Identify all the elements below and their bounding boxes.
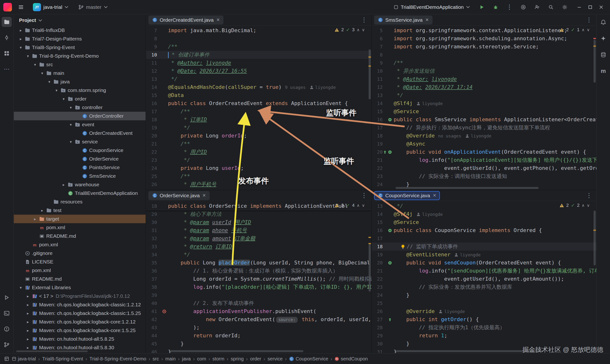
- tree-item-pointsservice[interactable]: CPointsService: [14, 163, 146, 172]
- gutter[interactable]: 30: [146, 218, 168, 226]
- code-line[interactable]: 38 log.info("[placeOrder][核心逻辑] 下单成功, 订单…: [146, 283, 372, 291]
- tree-item-trial-8-spring-event-demo[interactable]: ▾Trial-8-Spring-Event-Demo: [14, 52, 146, 60]
- code-line[interactable]: 13 */: [146, 75, 372, 83]
- tree-item-maven-ch-qos-logback-logback-core-1-5-25[interactable]: ▸Maven: ch.qos.logback:logback-core:1.5.…: [14, 326, 146, 335]
- problems-tool-icon[interactable]: [2, 324, 12, 334]
- gutter[interactable]: 35: [146, 259, 168, 267]
- bean-gutter-icon[interactable]: [388, 117, 392, 122]
- code-line[interactable]: 15@Data: [146, 91, 372, 99]
- horizontal-scrollbar[interactable]: [170, 350, 303, 352]
- tree-item-resources[interactable]: resources: [14, 197, 146, 206]
- tree-item-pom-xml[interactable]: mpom.xml: [14, 223, 146, 232]
- tree-chevron-icon[interactable]: ▾: [61, 97, 67, 101]
- code-line[interactable]: 30 * @param userId 用户ID: [146, 218, 372, 226]
- gutter[interactable]: 20: [372, 148, 394, 156]
- code-line[interactable]: 16public class OrderCreatedEvent extends…: [146, 99, 372, 107]
- gutter[interactable]: 13: [146, 75, 168, 83]
- code-line[interactable]: 31 * @param phone 手机号: [146, 226, 372, 234]
- tree-item-trial8eventdemoapplication[interactable]: CTrial8EventDemoApplication: [14, 189, 146, 197]
- tree-chevron-icon[interactable]: ▾: [18, 286, 24, 290]
- gutter[interactable]: 8: [146, 35, 168, 43]
- project-widget[interactable]: JT java-trial: [30, 2, 71, 13]
- gutter[interactable]: 24: [372, 180, 394, 188]
- code-editor-coupon-service[interactable]: 2 ✓ 2 ∧ ∨ 13 */14@Slf4jliyongde15@Servic…: [372, 201, 597, 353]
- gutter[interactable]: 17: [372, 234, 394, 243]
- gutter[interactable]: 32: [146, 234, 168, 243]
- gutter[interactable]: 13: [372, 202, 394, 210]
- tree-chevron-icon[interactable]: ▾: [68, 105, 74, 110]
- inspection-widget[interactable]: 2 ✓ 3 ∧ ∨: [335, 27, 365, 33]
- code-line[interactable]: 17 // 异步执行：添加@Async注释，避免短信发送阻塞下单流程: [372, 124, 597, 132]
- tree-item-trial7-design-patterns[interactable]: ▸Trial7-Design-Patterns: [14, 35, 146, 43]
- code-line[interactable]: 37 Long orderId = System.currentTimeMill…: [146, 275, 372, 283]
- breadcrumb-item-src[interactable]: src: [153, 356, 159, 362]
- gutter[interactable]: 15: [146, 91, 168, 99]
- tree-item-com-storm-spring[interactable]: ▾com.storm.spring: [14, 86, 146, 95]
- code-line[interactable]: 19 @Async: [372, 140, 597, 148]
- gutter[interactable]: 20: [372, 259, 394, 267]
- ovr-gutter-icon[interactable]: [383, 150, 387, 154]
- gutter[interactable]: 18: [372, 132, 394, 140]
- error-stripe-mark[interactable]: [368, 237, 371, 238]
- error-stripe-mark[interactable]: [593, 38, 596, 39]
- gutter[interactable]: 25: [372, 299, 394, 307]
- code-line[interactable]: 18 * 订单ID: [146, 116, 372, 124]
- vertical-scrollbar[interactable]: [594, 211, 596, 265]
- gutter[interactable]: 12: [372, 83, 394, 91]
- code-line[interactable]: 24 private Long userId;: [146, 164, 372, 172]
- tree-chevron-icon[interactable]: ▸: [25, 294, 31, 299]
- bean-gutter-icon[interactable]: [388, 260, 392, 265]
- gutter[interactable]: 42: [146, 315, 168, 324]
- code-line[interactable]: 10 * 创建订单事件: [146, 51, 372, 59]
- search-everywhere-icon[interactable]: [546, 2, 556, 12]
- error-stripe-mark[interactable]: [368, 65, 371, 67]
- tree-item-pom-xml[interactable]: mpom.xml: [14, 266, 146, 275]
- tree-chevron-icon[interactable]: ▸: [18, 37, 24, 41]
- gutter[interactable]: 9: [146, 43, 168, 51]
- tree-chevron-icon[interactable]: ▸: [32, 217, 38, 221]
- gutter[interactable]: 20: [146, 132, 168, 140]
- code-with-me-icon[interactable]: [532, 2, 542, 12]
- gutter[interactable]: 22: [372, 275, 394, 283]
- code-line[interactable]: 22 * 用户ID: [146, 148, 372, 156]
- code-line[interactable]: 15@Service: [372, 107, 597, 116]
- gutter[interactable]: 29: [372, 332, 394, 340]
- tree-item-warehouse[interactable]: ▸warehouse: [14, 180, 146, 189]
- code-line[interactable]: 28 // 指定执行顺序为1（优先级最高）: [372, 324, 597, 332]
- gutter[interactable]: 44: [146, 332, 168, 340]
- tree-item-event[interactable]: ▾event: [14, 120, 146, 129]
- gutter[interactable]: 41: [146, 307, 168, 315]
- gutter[interactable]: 36: [146, 267, 168, 275]
- tree-chevron-icon[interactable]: ▾: [32, 62, 38, 67]
- breadcrumb-item-storm[interactable]: storm: [213, 356, 224, 362]
- code-line[interactable]: 23 // 实际业务：发放优惠券并写入数据库: [372, 283, 597, 291]
- inspection-widget[interactable]: 2 ✓ 1 ∧ ∨: [559, 27, 590, 33]
- code-line[interactable]: 7import org.springframework.stereotype.S…: [372, 43, 597, 51]
- gutter[interactable]: 39: [146, 291, 168, 299]
- tree-item-readme-md[interactable]: MREADME.md: [14, 232, 146, 240]
- code-line[interactable]: 22 event.getUserId(), event.getPhone(), …: [372, 164, 597, 172]
- code-line[interactable]: 14@EqualsAndHashCode(callSuper = true)9 …: [146, 83, 372, 91]
- code-line[interactable]: 36 // 1. 核心业务逻辑：生成订单（模拟，实际为数据库插入）: [146, 267, 372, 275]
- gutter[interactable]: 18: [146, 202, 168, 210]
- tree-chevron-icon[interactable]: ▾: [68, 122, 74, 127]
- gutter[interactable]: 23: [372, 283, 394, 291]
- tab-close-icon[interactable]: ×: [433, 192, 436, 199]
- tree-item-main[interactable]: ▾main: [14, 69, 146, 78]
- tree-item-couponservice[interactable]: CCouponService: [14, 146, 146, 155]
- code-editor-sms-service[interactable]: 2 ✓ 1 ∧ ∨ 5import org.springframework.co…: [372, 26, 597, 190]
- code-line[interactable]: 21 log.info("[sendCoupon][优惠券服务] 给用户{}发放…: [372, 267, 597, 275]
- code-line[interactable]: 17 /**: [146, 107, 372, 116]
- breadcrumb-item-main[interactable]: main: [165, 356, 176, 362]
- gutter[interactable]: 26: [146, 180, 168, 188]
- tree-item-license[interactable]: LICENSE: [14, 258, 146, 266]
- project-tool-icon[interactable]: [2, 17, 12, 27]
- code-line[interactable]: 23 */: [146, 156, 372, 164]
- gutter[interactable]: 14: [372, 99, 394, 107]
- code-line[interactable]: 18 @Overrideno usagesliyongde: [372, 132, 597, 140]
- code-line[interactable]: 11 * @Author: liyongde: [146, 59, 372, 67]
- version-control-tool-icon[interactable]: [2, 340, 12, 350]
- tab-close-icon[interactable]: ×: [425, 17, 428, 23]
- tab-options-kebab[interactable]: ⋮: [584, 192, 594, 199]
- tree-item-smsservice[interactable]: CSmsService: [14, 172, 146, 180]
